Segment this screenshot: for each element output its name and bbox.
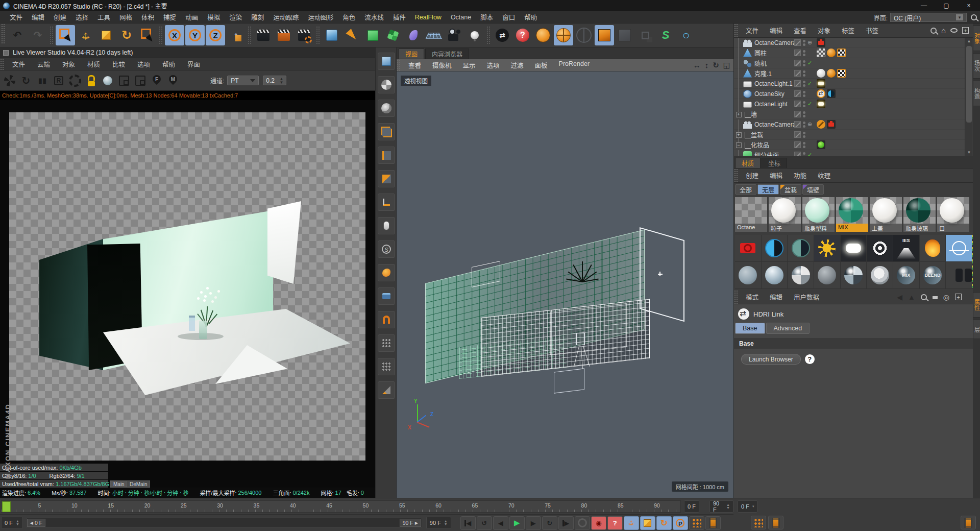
m-layered[interactable] bbox=[867, 262, 893, 288]
quantize[interactable] bbox=[378, 334, 395, 352]
live-viewer-menu-item[interactable]: 云端 bbox=[31, 59, 56, 69]
axis-x[interactable]: X bbox=[165, 25, 184, 45]
material-preview[interactable] bbox=[802, 197, 835, 224]
oct-ies[interactable]: IES bbox=[893, 235, 919, 261]
material-tab[interactable]: 材质 bbox=[735, 158, 761, 168]
tab-structure-vertical[interactable]: 构造 bbox=[973, 81, 980, 106]
menu-grip[interactable] bbox=[734, 290, 738, 304]
material-preview[interactable] bbox=[769, 197, 801, 224]
tab-demain[interactable]: DeMain bbox=[127, 480, 150, 488]
object-name[interactable]: OctaneLight bbox=[754, 101, 788, 108]
green-ball-tag[interactable] bbox=[817, 140, 825, 149]
floor[interactable] bbox=[424, 25, 444, 45]
white-ball-tag[interactable] bbox=[817, 69, 825, 78]
sky-selected-tag[interactable] bbox=[817, 89, 825, 98]
visibility-toggles[interactable]: ✓ ⊕ bbox=[794, 131, 805, 138]
menu-item[interactable]: 窗口 bbox=[498, 12, 520, 22]
menu-item[interactable]: Octane bbox=[446, 14, 476, 21]
keyframe-dots-button[interactable] bbox=[751, 516, 766, 529]
live-viewer-menu-item[interactable]: 帮助 bbox=[156, 59, 181, 69]
material-preview[interactable] bbox=[870, 197, 902, 224]
menu-item[interactable]: 运动图形 bbox=[303, 12, 338, 22]
visibility-toggles[interactable]: ✓ ⊕ bbox=[794, 90, 805, 97]
material-filter-chip[interactable]: 无层 bbox=[757, 184, 779, 195]
menu-item[interactable]: 选择 bbox=[71, 12, 93, 22]
visibility-dots-icon[interactable] bbox=[803, 111, 805, 117]
tab-takes-vertical[interactable]: 场次 bbox=[973, 53, 980, 79]
expand-toggle[interactable]: + bbox=[736, 132, 742, 138]
t-key[interactable] bbox=[575, 516, 590, 530]
sep[interactable] bbox=[316, 26, 320, 44]
object-row[interactable]: 克隆.1 ✓ ⊕ bbox=[734, 68, 965, 79]
help-icon[interactable]: ? bbox=[805, 354, 815, 364]
end-frame-box[interactable]: 90 F▲▼ bbox=[709, 500, 733, 513]
search-icon[interactable] bbox=[921, 294, 927, 300]
render-view[interactable]: Out-of-core used/max:0Kb/4Gb Grey8/16:1/… bbox=[0, 100, 375, 488]
expand-toggle[interactable]: + bbox=[736, 112, 742, 117]
menu-item[interactable]: RealFlow bbox=[410, 14, 446, 21]
visibility-dots-icon[interactable] bbox=[803, 101, 805, 107]
layer-icon[interactable] bbox=[794, 101, 801, 107]
m-mixed[interactable] bbox=[841, 262, 867, 288]
object-list-scrollbar[interactable]: ▲▼ bbox=[965, 38, 972, 156]
live-viewer-menu-item[interactable]: 文件 bbox=[6, 59, 31, 69]
polygons-mode[interactable] bbox=[378, 170, 395, 187]
octane-fan[interactable] bbox=[3, 74, 16, 87]
expand-toggle[interactable]: − bbox=[736, 142, 742, 148]
material-menu-item[interactable]: 纹理 bbox=[812, 171, 836, 180]
add-icon[interactable]: + bbox=[955, 294, 962, 300]
array-dots[interactable] bbox=[378, 358, 395, 375]
lock[interactable] bbox=[85, 74, 98, 87]
t-dots[interactable] bbox=[689, 516, 704, 530]
octane-cube[interactable] bbox=[595, 25, 614, 45]
pan-icon[interactable]: ↔ bbox=[693, 61, 701, 69]
object-row[interactable]: 圆柱 ✓ ⊕ bbox=[734, 48, 965, 58]
oct-hdri[interactable] bbox=[946, 235, 972, 261]
material-preview[interactable] bbox=[937, 197, 969, 224]
oct-camera[interactable] bbox=[735, 235, 761, 261]
object-row[interactable]: OctaneLight.1 ✓ ⊕ bbox=[734, 79, 965, 89]
oct-sun[interactable] bbox=[814, 235, 840, 261]
visibility-dots-icon[interactable] bbox=[803, 142, 805, 148]
sample-stepper[interactable]: 0.2▲▼ bbox=[263, 76, 286, 85]
enabled-check-icon[interactable]: ✓ bbox=[807, 101, 812, 107]
live-viewer-menu-item[interactable]: 材质 bbox=[81, 59, 106, 69]
object-name[interactable]: 圆柱 bbox=[754, 49, 767, 57]
range-start-handle[interactable]: ◀0 F bbox=[27, 519, 45, 527]
model-mode[interactable] bbox=[378, 76, 395, 93]
ring[interactable]: ○ bbox=[676, 25, 696, 45]
layer-icon[interactable] bbox=[794, 121, 801, 128]
attribute-menu-item[interactable]: 用户数据 bbox=[788, 292, 825, 302]
material-name[interactable]: Octane bbox=[735, 224, 767, 232]
object-name[interactable]: OctaneLight.1 bbox=[754, 80, 793, 87]
visibility-toggles[interactable]: ✓ ⊕ bbox=[794, 70, 805, 77]
layer-icon[interactable] bbox=[794, 131, 801, 138]
viewport-menu-item[interactable]: 摄像机 bbox=[427, 60, 457, 70]
oct-target[interactable] bbox=[867, 235, 893, 261]
menu-grip[interactable] bbox=[0, 58, 4, 70]
layer-icon[interactable] bbox=[794, 80, 801, 87]
oct-area[interactable] bbox=[841, 235, 867, 261]
material-name[interactable]: 瓶身塑料 bbox=[802, 224, 835, 232]
visibility-dots-icon[interactable] bbox=[803, 50, 805, 56]
hdri-link-tab[interactable]: Advanced bbox=[766, 323, 810, 334]
object-name[interactable]: OctaneSky bbox=[754, 90, 785, 98]
undo[interactable]: ↶ bbox=[8, 25, 27, 45]
menu-item[interactable]: 角色 bbox=[338, 12, 360, 22]
menu-item[interactable]: 捕捉 bbox=[159, 12, 181, 22]
mat-ball[interactable] bbox=[533, 25, 553, 45]
m-portal[interactable] bbox=[946, 262, 972, 288]
timeline-window-button[interactable] bbox=[768, 516, 783, 529]
sep[interactable] bbox=[486, 26, 491, 44]
visibility-toggles[interactable]: ✓ ⊕ bbox=[794, 121, 812, 128]
pin-m[interactable]: M bbox=[166, 74, 180, 87]
menu-item[interactable]: 模拟 bbox=[203, 12, 225, 22]
render-settings[interactable] bbox=[295, 25, 314, 45]
material-menu-item[interactable]: 编辑 bbox=[764, 171, 788, 180]
visibility-toggles[interactable]: ✓ ⊕ bbox=[794, 80, 812, 87]
visibility-dots-icon[interactable] bbox=[803, 70, 805, 77]
layer-icon[interactable] bbox=[794, 111, 801, 117]
orange-ball-tag[interactable] bbox=[827, 69, 836, 78]
launch-browser-button[interactable]: Launch Browser bbox=[741, 354, 801, 365]
points-mode[interactable] bbox=[378, 123, 395, 140]
